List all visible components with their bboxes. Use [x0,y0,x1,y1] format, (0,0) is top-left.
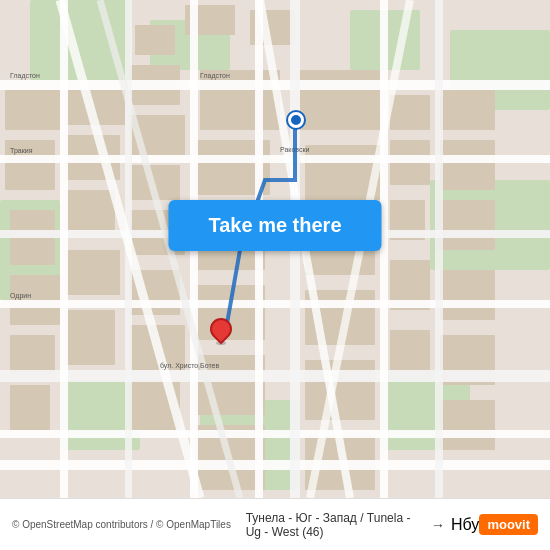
svg-rect-58 [0,370,550,382]
app: Гладстон Гладстон Раковски Тракия бул. Х… [0,0,550,550]
svg-rect-61 [60,0,68,498]
destination-text: Нбу [451,516,479,534]
svg-rect-26 [435,200,495,250]
take-me-there-button[interactable]: Take me there [168,200,381,251]
svg-rect-66 [380,0,388,498]
route-info: Тунела - Юг - Запад / Tunela - Ug - West… [246,511,480,539]
svg-rect-21 [440,90,495,130]
svg-rect-60 [0,460,550,470]
svg-text:Тракия: Тракия [10,147,33,155]
logo-container: moovit [479,514,538,535]
svg-rect-10 [5,90,60,130]
svg-rect-52 [305,360,375,420]
bottom-bar: © OpenStreetMap contributors / © OpenMap… [0,498,550,550]
svg-rect-59 [0,430,550,438]
svg-rect-67 [435,0,443,498]
svg-rect-22 [440,140,495,190]
route-text: Тунела - Юг - Запад / Tunela - Ug - West… [246,511,425,539]
svg-rect-14 [65,190,115,230]
svg-text:Одрин: Одрин [10,292,31,300]
svg-rect-30 [390,330,430,375]
svg-text:Гладстон: Гладстон [10,72,40,80]
svg-rect-27 [440,270,495,320]
svg-rect-48 [300,70,380,130]
svg-text:Гладстон: Гладстон [200,72,230,80]
svg-text:бул. Христо Ботев: бул. Христо Ботев [160,362,219,370]
copyright-text: © OpenStreetMap contributors / © OpenMap… [12,519,231,530]
svg-rect-57 [0,300,550,308]
svg-rect-55 [0,155,550,163]
origin-marker [288,112,304,128]
svg-rect-18 [10,335,55,375]
svg-rect-19 [65,310,115,365]
svg-rect-32 [135,25,175,55]
svg-rect-23 [390,95,430,130]
svg-rect-20 [10,385,50,430]
svg-rect-31 [440,400,495,450]
arrow-icon: → [431,517,445,533]
svg-rect-17 [65,250,120,295]
bottom-left: © OpenStreetMap contributors / © OpenMap… [12,519,246,530]
moovit-logo: moovit [479,514,538,535]
destination-marker [210,318,232,345]
svg-rect-42 [200,70,280,130]
map-container[interactable]: Гладстон Гладстон Раковски Тракия бул. Х… [0,0,550,498]
